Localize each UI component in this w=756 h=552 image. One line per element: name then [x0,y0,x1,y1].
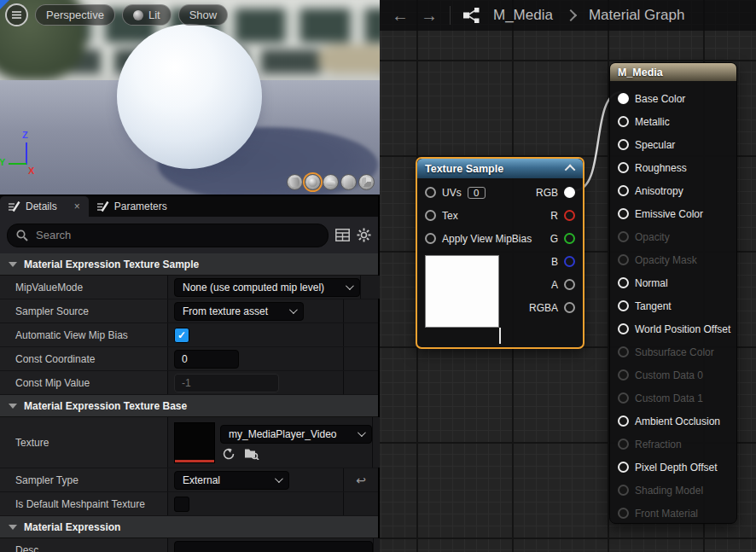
material-input-pin[interactable] [618,508,629,519]
reset-sampler-type-icon[interactable]: ↩ [356,474,366,487]
breadcrumb-root[interactable]: M_Media [493,7,553,24]
uvs-index-box[interactable]: 0 [468,187,486,199]
custom-mesh-preview-button[interactable] [358,174,375,190]
lit-mode-button[interactable]: Lit [122,4,172,26]
collapse-node-icon[interactable] [565,165,576,176]
dropdown-value: External [183,474,220,486]
sampler-type-dropdown[interactable]: External [174,471,289,490]
material-input-pin[interactable] [618,277,629,288]
section-material-expression[interactable]: Material Expression [0,516,378,538]
uvs-input-pin[interactable] [425,187,436,198]
material-input-pin[interactable] [618,323,629,334]
texture-asset-dropdown[interactable]: my_MediaPlayer_Video [220,425,372,444]
material-input-pin[interactable] [618,300,629,311]
output-pin-row: R [529,204,575,227]
material-input-pin-row: Anisotropy [618,179,736,202]
preview-viewport[interactable]: Perspective Lit Show Z Y X [0,0,380,196]
material-input-pin[interactable] [618,93,629,104]
pin-label: R [550,210,558,222]
graph-icon [462,7,481,24]
tab-parameters[interactable]: Parameters [89,196,176,217]
texture-sample-node[interactable]: Texture Sample UVs 0 Tex Apply View MipB… [416,157,584,349]
material-input-pin[interactable] [618,392,629,404]
cylinder-preview-button[interactable] [287,174,303,190]
material-input-pin[interactable] [618,346,629,357]
output-pin[interactable] [564,210,575,221]
use-selected-asset-icon[interactable] [222,447,236,461]
axis-y-label: Y [0,157,5,167]
row-automatic-view-mip-bias: Automatic View Mip Bias ✓ [0,323,378,347]
material-input-pin[interactable] [618,162,629,173]
tab-close-icon[interactable]: × [74,200,80,212]
material-input-pin-row: Ambient Occlusion [618,410,736,433]
output-pin[interactable] [564,302,575,313]
sphere-preview-button[interactable] [305,174,321,190]
axis-gizmo: Z Y X [0,128,51,179]
plane-icon [326,181,335,186]
pin-label: Pixel Depth Offset [635,462,718,474]
settings-gear-icon[interactable] [357,228,371,242]
breadcrumb-page[interactable]: Material Graph [589,7,684,24]
cube-preview-button[interactable] [340,174,357,190]
breadcrumb-chevron-icon [565,9,577,21]
material-input-pin[interactable] [618,254,629,265]
show-button[interactable]: Show [178,4,229,26]
material-editor-window: Perspective Lit Show Z Y X [0,0,756,552]
expand-node-button[interactable] [499,328,501,343]
pin-label: World Position Offset [635,323,730,335]
material-input-pin[interactable] [618,139,629,150]
input-pin-row: UVs 0 [425,181,532,204]
material-result-node[interactable]: M_Media Base Color Metallic [609,62,737,524]
mip-value-mode-dropdown[interactable]: None (use computed mip level) [174,278,360,297]
material-node-header[interactable]: M_Media [610,63,736,81]
collapse-triangle-icon [9,262,17,267]
material-input-pin[interactable] [618,439,629,450]
material-input-pin[interactable] [618,231,629,242]
output-pin-row: RGB [529,181,575,204]
show-label: Show [189,9,218,21]
material-input-pin[interactable] [618,415,629,427]
output-pin[interactable] [564,256,575,267]
search-box[interactable] [7,224,329,247]
texture-sample-node-header[interactable]: Texture Sample [417,159,583,178]
output-pin[interactable] [564,279,575,290]
sampler-source-dropdown[interactable]: From texture asset [174,302,304,321]
browse-to-asset-icon[interactable] [244,447,259,460]
search-input[interactable] [34,228,319,242]
material-input-pin[interactable] [618,485,629,496]
material-input-pin[interactable] [618,369,629,381]
const-coordinate-input[interactable] [174,350,239,369]
tex-input-pin[interactable] [425,210,436,221]
tab-details[interactable]: Details × [0,196,89,217]
output-pin[interactable] [564,233,575,244]
material-input-pin-row: Shading Model [618,479,736,502]
texture-preview-swatch [425,255,499,328]
property-label: Is Default Meshpaint Texture [0,492,167,515]
auto-view-mip-bias-checkbox[interactable]: ✓ [174,328,189,343]
back-button[interactable]: ← [392,7,409,24]
const-mip-value-input[interactable] [174,374,279,392]
desc-input[interactable] [174,541,373,552]
axis-z-label: Z [22,130,28,140]
material-input-pin[interactable] [618,462,629,473]
texture-thumbnail[interactable] [174,422,215,463]
material-input-pin[interactable] [618,185,629,196]
material-input-pin[interactable] [618,208,629,219]
apply-view-mipbias-input-pin[interactable] [425,233,436,244]
lit-sphere-icon [133,10,143,20]
material-input-pin-row: Custom Data 0 [618,363,736,386]
output-pin[interactable] [564,187,575,198]
section-texture-sample[interactable]: Material Expression Texture Sample [0,253,378,276]
property-label: Sampler Type [0,468,167,491]
display-options-icon[interactable] [335,229,350,241]
plane-preview-button[interactable] [323,174,339,190]
section-texture-base[interactable]: Material Expression Texture Base [0,395,378,417]
material-input-pin[interactable] [618,116,629,127]
meshpaint-checkbox[interactable] [174,497,189,512]
custom-mesh-icon [362,177,371,187]
perspective-button[interactable]: Perspective [35,4,115,26]
material-graph-canvas[interactable]: Texture Sample UVs 0 Tex Apply View MipB… [380,0,756,552]
forward-button[interactable]: → [421,7,438,24]
details-panel: Details × Parameters [0,196,380,552]
material-input-pin-row: Subsurface Color [618,340,736,363]
